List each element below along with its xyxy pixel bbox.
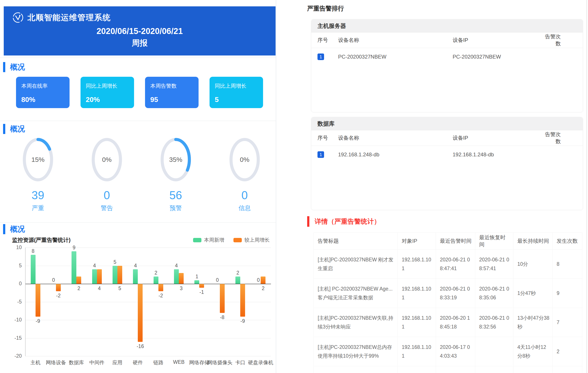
object-ip-cell: 192.168.1.101: [398, 279, 436, 308]
report-date-range: 2020/06/15-2020/06/21: [4, 27, 276, 36]
alarm-title-cell: 66 网络摄像头离线: [314, 366, 398, 373]
scrollbar-track[interactable]: [586, 0, 587, 373]
bar-本周新增[interactable]: [194, 280, 199, 284]
bar-较上周增长[interactable]: [76, 277, 81, 284]
y-tick-label: 0: [12, 281, 22, 287]
section-accent-bar: [3, 224, 5, 234]
bar-本周新增[interactable]: [174, 269, 179, 284]
object-ip-cell: 192.168.1.101: [398, 308, 436, 337]
bar-较上周增长[interactable]: [117, 266, 122, 284]
donut-label: 警告: [101, 204, 113, 212]
donut-label: 严重: [32, 204, 44, 212]
donut-ring: 0%: [228, 136, 261, 183]
column-divider: [276, 0, 276, 373]
bar-value-label: -16: [131, 343, 149, 349]
device-ip-cell: PC-20200327NBEW: [452, 48, 544, 66]
left-column: 北顺智能运维管理系统 2020/06/15-2020/06/21 周报 概况 本…: [0, 0, 276, 373]
bar-value-label: -9: [234, 318, 252, 324]
section-divider: [0, 121, 276, 121]
legend-swatch: [233, 238, 242, 242]
donut-label: 预警: [170, 204, 182, 212]
stat-card: 本周在线率 80%: [16, 77, 70, 108]
bar-value-label: 1: [188, 274, 206, 280]
bar-较上周增长[interactable]: [199, 284, 204, 288]
bar-本周新增[interactable]: [154, 277, 158, 284]
bar-较上周增长[interactable]: [179, 273, 184, 284]
detail-table-row[interactable]: [主机]PC-20200327NBEW失联,持续3分钟未响应192.168.1.…: [314, 308, 582, 337]
stat-card-value: 95: [150, 96, 199, 104]
detail-col-header: 最近告警时间: [436, 233, 475, 249]
critical-alarm-ranking-title: 严重告警排行: [307, 4, 344, 13]
stat-card-label: 同比上周增长: [215, 83, 263, 90]
donut-count: 0: [242, 189, 248, 201]
object-ip-cell: 192.168.1.101: [398, 337, 436, 366]
section-accent-bar: [3, 62, 5, 72]
logo-row: 北顺智能运维管理系统: [4, 12, 276, 23]
rank-index-badge: 1: [317, 53, 324, 60]
bar-较上周增长[interactable]: [220, 284, 225, 313]
detail-col-header: 最长持续时间: [514, 233, 553, 249]
rank-table-header-row: 序号 设备名称 设备IP 告警次数: [311, 130, 583, 146]
bar-较上周增长[interactable]: [158, 284, 163, 291]
section-title-overview-donuts: 概况: [3, 124, 25, 134]
device-ip-cell: 192.168.1.248-db: [452, 146, 544, 164]
donut-percent: 35%: [159, 136, 192, 183]
bar-本周新增[interactable]: [113, 266, 117, 284]
alarm-count-cell: [544, 48, 583, 66]
occurrence-count-cell: 4: [553, 366, 582, 373]
last-recovery-time-cell: [475, 366, 514, 373]
bar-value-label: -2: [152, 293, 170, 299]
donut-gauge: 15% 39 严重: [3, 136, 73, 212]
detail-table-row[interactable]: [主机] PC-20200327NBEW Age...客户端无法正常采集数据19…: [314, 279, 582, 308]
bar-value-label: -1: [193, 289, 210, 295]
bar-value-label: 2: [147, 270, 165, 276]
bar-较上周增长[interactable]: [138, 284, 143, 342]
panel-database: 数据库 序号 设备名称 设备IP 告警次数 1 192.168.1.248-db…: [311, 117, 583, 210]
detail-table-row[interactable]: [主机]PC-20200327NBEW总内存使用率持续10分钟大于99%192.…: [314, 337, 582, 366]
last-recovery-time-cell: 2020-06-21 08:57:41: [475, 249, 514, 279]
rank-table-row[interactable]: 1 PC-20200327NBEW PC-20200327NBEW: [311, 48, 583, 66]
stat-card-label: 本周在线率: [21, 83, 70, 90]
bar-value-label: 5: [106, 259, 124, 265]
section-title-overview-cards: 概况: [3, 62, 25, 72]
bar-value-label: -9: [29, 318, 47, 324]
object-ip-cell: 192.168.1.66: [398, 366, 436, 373]
bar-本周新增[interactable]: [72, 251, 76, 284]
donut-gauge: 0% 0 警告: [73, 136, 141, 212]
bar-较上周增长[interactable]: [261, 277, 265, 284]
detail-table-row[interactable]: [主机]PC-20200327NBEW 刚才发生重启192.168.1.1012…: [314, 249, 582, 279]
bar-value-label: 4: [91, 286, 108, 291]
section-divider: [0, 222, 276, 223]
report-type: 周报: [4, 38, 276, 49]
occurrence-count-cell: 2: [553, 337, 582, 366]
donut-gauge: 0% 0 信息: [210, 136, 279, 212]
bar-value-label: 2: [254, 286, 272, 291]
section-title-overview-chart: 概况: [3, 224, 25, 234]
x-axis-line: [25, 284, 271, 284]
bar-value-label: -8: [213, 314, 231, 320]
bar-本周新增[interactable]: [31, 255, 36, 284]
occurrence-count-cell: 7: [553, 308, 582, 337]
detail-accent-bar: [307, 216, 309, 227]
object-ip-cell: 192.168.1.101: [398, 249, 436, 279]
bar-较上周增长[interactable]: [240, 284, 245, 317]
bar-较上周增长[interactable]: [97, 269, 102, 284]
section-accent-bar: [3, 124, 5, 134]
rank-table-row[interactable]: 1 192.168.1.248-db 192.168.1.248-db: [311, 146, 583, 164]
bar-较上周增长[interactable]: [36, 284, 40, 317]
bar-较上周增长[interactable]: [56, 284, 61, 291]
last-alarm-time-cell: 2020-06-17 04:03:43: [436, 337, 475, 366]
bar-本周新增[interactable]: [92, 269, 97, 284]
bar-value-label: 2: [229, 270, 247, 276]
last-recovery-time-cell: 2020-06-21 08:35:06: [475, 279, 514, 308]
col-header-device-ip: 设备IP: [452, 32, 544, 48]
bar-本周新增[interactable]: [235, 277, 240, 284]
stat-card: 同比上周增长 20%: [81, 77, 134, 108]
detail-table-row[interactable]: 66 网络摄像头离线192.168.1.662020-06-20 11:18:2…: [314, 366, 582, 373]
bar-本周新增[interactable]: [133, 269, 138, 284]
longest-duration-cell: 13小时47分38秒: [514, 308, 553, 337]
bar-value-label: 4: [168, 263, 185, 269]
bar-value-label: 0: [209, 277, 226, 283]
gridline: [25, 248, 271, 248]
donut-ring: 0%: [90, 136, 123, 183]
